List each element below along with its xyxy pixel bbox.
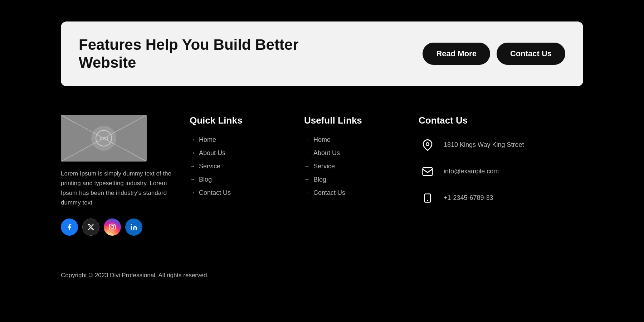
useful-links-heading: Usefull Links xyxy=(304,115,404,126)
footer-grid: DIVI Lorem Ipsum is simply dummy text of… xyxy=(61,115,583,236)
list-item: → Service xyxy=(190,163,290,170)
facebook-icon xyxy=(66,224,73,231)
arrow-icon: → xyxy=(304,189,310,196)
read-more-button[interactable]: Read More xyxy=(423,43,490,65)
arrow-icon: → xyxy=(190,163,195,169)
cta-buttons: Read More Contact Us xyxy=(423,43,565,65)
list-item: → Blog xyxy=(304,176,404,183)
arrow-icon: → xyxy=(190,136,195,143)
list-item: → Contact Us xyxy=(304,189,404,197)
svg-point-6 xyxy=(426,143,429,145)
map-pin-icon xyxy=(422,139,433,151)
useful-link-blog[interactable]: → Blog xyxy=(304,176,404,183)
instagram-icon xyxy=(109,224,116,231)
list-item: → Service xyxy=(304,163,404,170)
contact-phone: +1-2345-6789-33 xyxy=(444,194,493,202)
contact-address-item: 1810 Kings Way King Street xyxy=(419,136,547,154)
social-icons xyxy=(61,218,175,236)
twitter-x-icon xyxy=(87,224,94,231)
quick-link-contact[interactable]: → Contact Us xyxy=(190,189,290,197)
list-item: → Home xyxy=(190,136,290,144)
list-item: → Contact Us xyxy=(190,189,290,197)
mail-icon xyxy=(422,166,433,177)
twitter-button[interactable] xyxy=(82,218,99,236)
contact-address: 1810 Kings Way King Street xyxy=(444,141,524,149)
svg-point-4 xyxy=(113,225,114,226)
svg-point-3 xyxy=(111,225,114,228)
svg-rect-7 xyxy=(423,168,433,175)
list-item: → About Us xyxy=(304,149,404,157)
useful-link-home[interactable]: → Home xyxy=(304,136,404,144)
contact-phone-item: +1-2345-6789-33 xyxy=(419,189,547,207)
divi-logo-icon: DIVI xyxy=(95,129,113,147)
quick-link-service[interactable]: → Service xyxy=(190,163,290,170)
useful-link-service[interactable]: → Service xyxy=(304,163,404,170)
contact-heading: Contact Us xyxy=(419,115,547,126)
arrow-icon: → xyxy=(304,150,310,156)
linkedin-icon xyxy=(130,224,137,231)
phone-icon xyxy=(419,189,436,207)
copyright-text: Copyright © 2023 Divi Professional. All … xyxy=(61,272,209,279)
quick-links-list: → Home → About Us → Service → Blog → Con… xyxy=(190,136,290,197)
footer-logo: DIVI xyxy=(61,115,147,162)
instagram-button[interactable] xyxy=(104,218,121,236)
footer-logo-column: DIVI Lorem Ipsum is simply dummy text of… xyxy=(61,115,175,236)
list-item: → Home xyxy=(304,136,404,144)
useful-link-contact[interactable]: → Contact Us xyxy=(304,189,404,197)
contact-email-item: info@example.com xyxy=(419,163,547,181)
cta-title: Features Help You Build Better Website xyxy=(79,36,311,72)
linkedin-button[interactable] xyxy=(125,218,142,236)
quick-links-column: Quick Links → Home → About Us → Service … xyxy=(190,115,290,236)
arrow-icon: → xyxy=(190,150,195,156)
useful-links-list: → Home → About Us → Service → Blog → Con… xyxy=(304,136,404,197)
contact-email: info@example.com xyxy=(444,168,499,175)
useful-links-column: Usefull Links → Home → About Us → Servic… xyxy=(304,115,404,236)
footer-description: Lorem Ipsum is simply dummy text of the … xyxy=(61,169,175,208)
quick-link-about[interactable]: → About Us xyxy=(190,149,290,157)
email-icon xyxy=(419,163,436,181)
facebook-button[interactable] xyxy=(61,218,78,236)
useful-link-about[interactable]: → About Us xyxy=(304,149,404,157)
quick-links-heading: Quick Links xyxy=(190,115,290,126)
footer-copyright: Copyright © 2023 Divi Professional. All … xyxy=(0,261,644,293)
footer: DIVI Lorem Ipsum is simply dummy text of… xyxy=(0,86,644,236)
quick-link-home[interactable]: → Home xyxy=(190,136,290,144)
logo-inner: DIVI xyxy=(91,126,116,151)
arrow-icon: → xyxy=(304,176,310,183)
svg-text:DIVI: DIVI xyxy=(99,136,108,141)
arrow-icon: → xyxy=(190,176,195,183)
quick-link-blog[interactable]: → Blog xyxy=(190,176,290,183)
mobile-icon xyxy=(423,193,433,203)
contact-column: Contact Us 1810 Kings Way King Street xyxy=(419,115,547,236)
arrow-icon: → xyxy=(190,189,195,196)
arrow-icon: → xyxy=(304,136,310,143)
arrow-icon: → xyxy=(304,163,310,169)
contact-us-button[interactable]: Contact Us xyxy=(497,43,565,65)
cta-banner: Features Help You Build Better Website R… xyxy=(61,21,583,86)
location-icon xyxy=(419,136,436,154)
svg-point-5 xyxy=(131,224,132,225)
list-item: → Blog xyxy=(190,176,290,183)
svg-rect-2 xyxy=(109,224,116,230)
list-item: → About Us xyxy=(190,149,290,157)
